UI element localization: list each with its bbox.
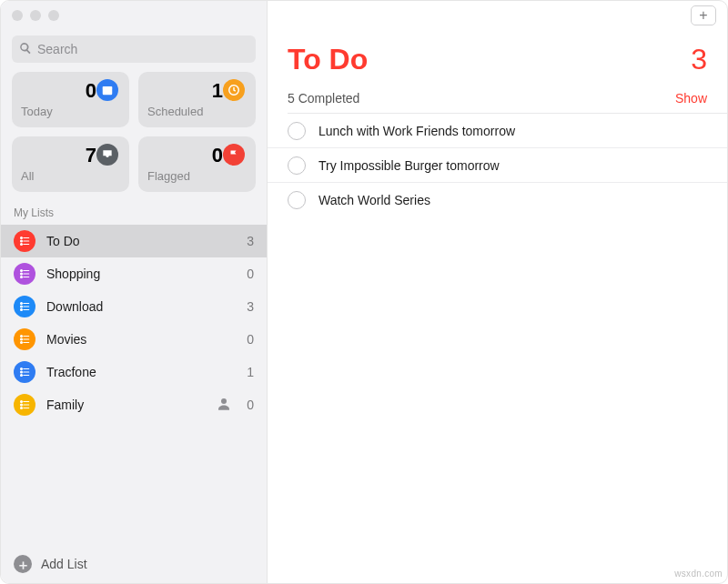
- plus-icon: +: [699, 7, 707, 24]
- svg-point-39: [221, 398, 227, 404]
- list-count: 0: [247, 398, 254, 412]
- calendar-today-icon: [96, 79, 118, 101]
- svg-point-3: [21, 237, 23, 239]
- svg-point-17: [21, 306, 23, 307]
- smart-list-label: Scheduled: [147, 105, 223, 118]
- list-name: Tracfone: [46, 365, 236, 379]
- reminder-row[interactable]: Watch World Series: [268, 183, 727, 217]
- svg-point-9: [21, 270, 23, 272]
- list-name: Family: [46, 398, 205, 412]
- sidebar-list-movies[interactable]: Movies0: [1, 323, 267, 356]
- search-placeholder: Search: [37, 42, 77, 56]
- list-count: 3: [247, 299, 254, 314]
- plus-circle-icon: ＋: [14, 555, 32, 573]
- smart-list-count: 0: [86, 79, 96, 103]
- smart-list-label: Today: [21, 105, 96, 118]
- smart-list-label: All: [21, 169, 96, 183]
- sidebar: Search 0 Today 1 Scheduled: [1, 1, 268, 583]
- list-bullet-icon: [14, 230, 35, 252]
- reminder-text: Lunch with Work Friends tomorrow: [318, 124, 515, 138]
- page-count: 3: [691, 43, 707, 76]
- sidebar-list-family[interactable]: Family0: [1, 388, 267, 421]
- svg-point-19: [21, 309, 23, 311]
- list-name: To Do: [46, 234, 236, 248]
- app-window: Search 0 Today 1 Scheduled: [0, 0, 728, 584]
- list-count: 3: [247, 234, 254, 248]
- svg-point-15: [21, 303, 23, 305]
- smart-list-count: 7: [86, 144, 96, 167]
- add-list-label: Add List: [41, 557, 87, 571]
- sidebar-list-tracfone[interactable]: Tracfone1: [1, 356, 267, 388]
- watermark: wsxdn.com: [674, 569, 723, 579]
- svg-point-35: [21, 404, 23, 406]
- smart-lists-grid: 0 Today 1 Scheduled 7 All: [1, 72, 267, 203]
- list-bullet-icon: [14, 296, 35, 317]
- svg-point-29: [21, 371, 23, 373]
- page-title: To Do: [288, 43, 368, 76]
- complete-toggle[interactable]: [288, 122, 306, 140]
- list-count: 1: [247, 365, 254, 379]
- completed-bar: 5 Completed Show: [268, 87, 727, 113]
- reminder-text: Try Impossible Burger tomorrow: [318, 158, 500, 173]
- window-controls: [1, 1, 267, 30]
- smart-list-today[interactable]: 0 Today: [12, 72, 129, 127]
- svg-point-27: [21, 368, 23, 370]
- svg-point-25: [21, 342, 23, 344]
- reminder-text: Watch World Series: [318, 193, 430, 207]
- svg-point-5: [21, 240, 23, 242]
- add-reminder-button[interactable]: +: [691, 5, 716, 25]
- list-count: 0: [247, 267, 254, 281]
- minimize-window-icon[interactable]: [30, 10, 41, 21]
- shared-icon: [216, 396, 236, 415]
- svg-point-33: [21, 401, 23, 403]
- svg-point-37: [21, 408, 23, 409]
- smart-list-scheduled[interactable]: 1 Scheduled: [138, 72, 256, 127]
- clock-icon: [223, 79, 245, 101]
- list-bullet-icon: [14, 361, 35, 383]
- smart-list-flagged[interactable]: 0 Flagged: [138, 136, 256, 192]
- complete-toggle[interactable]: [288, 156, 306, 175]
- list-name: Shopping: [46, 267, 236, 281]
- reminder-row[interactable]: Lunch with Work Friends tomorrow: [268, 114, 727, 148]
- search-icon: [19, 42, 32, 57]
- smart-list-all[interactable]: 7 All: [12, 136, 129, 192]
- svg-point-23: [21, 338, 23, 340]
- completed-label: 5 Completed: [288, 91, 359, 106]
- svg-point-13: [21, 277, 23, 278]
- list-name: Movies: [46, 332, 236, 347]
- svg-point-31: [21, 375, 23, 377]
- main-panel: + To Do 3 5 Completed Show Lunch with Wo…: [268, 1, 727, 583]
- list-name: Download: [46, 299, 236, 314]
- tray-icon: [96, 144, 118, 166]
- add-list-button[interactable]: ＋ Add List: [1, 545, 267, 583]
- svg-rect-1: [103, 86, 113, 89]
- sidebar-list-to-do[interactable]: To Do3: [1, 225, 267, 257]
- search-input[interactable]: Search: [12, 35, 256, 63]
- list-bullet-icon: [14, 394, 35, 416]
- list-header: To Do 3: [268, 30, 727, 87]
- smart-list-count: 0: [212, 144, 223, 167]
- list-bullet-icon: [14, 263, 35, 285]
- close-window-icon[interactable]: [12, 10, 23, 21]
- reminder-row[interactable]: Try Impossible Burger tomorrow: [268, 148, 727, 183]
- zoom-window-icon[interactable]: [48, 10, 59, 21]
- list-bullet-icon: [14, 328, 35, 350]
- svg-point-21: [21, 336, 23, 337]
- my-lists-header: My Lists: [1, 203, 267, 225]
- smart-list-count: 1: [212, 79, 223, 103]
- smart-list-label: Flagged: [147, 169, 223, 183]
- svg-point-11: [21, 273, 23, 275]
- list-count: 0: [247, 332, 254, 347]
- complete-toggle[interactable]: [288, 191, 306, 209]
- reminders-list: Lunch with Work Friends tomorrowTry Impo…: [268, 114, 727, 217]
- sidebar-list-download[interactable]: Download3: [1, 290, 267, 323]
- svg-point-7: [21, 244, 23, 246]
- show-completed-button[interactable]: Show: [675, 91, 707, 106]
- flag-icon: [223, 144, 245, 166]
- lists-container: To Do3Shopping0Download3Movies0Tracfone1…: [1, 225, 267, 545]
- toolbar: +: [268, 1, 727, 30]
- sidebar-list-shopping[interactable]: Shopping0: [1, 257, 267, 290]
